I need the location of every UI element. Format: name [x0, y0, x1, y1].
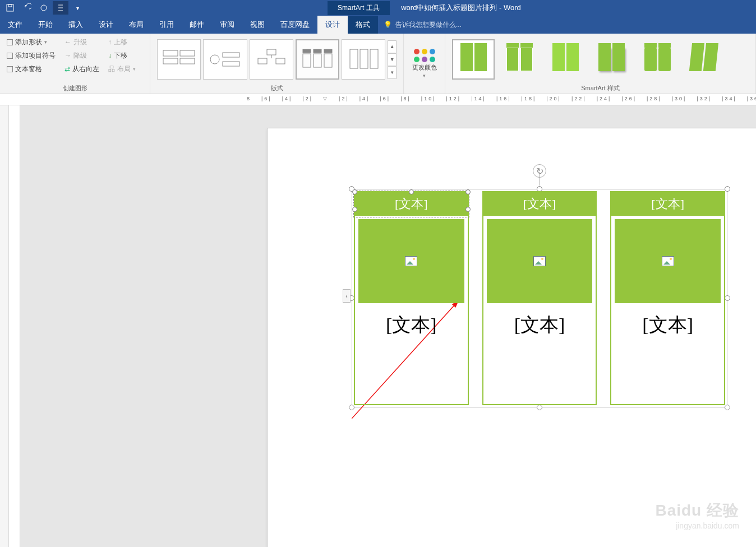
card-title-1[interactable]: [文本]: [355, 192, 468, 216]
tab-insert[interactable]: 插入: [61, 16, 91, 34]
page: ↻ ‹ [文本]: [267, 128, 756, 547]
change-colors-button[interactable]: 更改颜色 ▾: [408, 36, 440, 91]
arrow-down-icon: ↓: [108, 52, 112, 59]
layouts-more-button[interactable]: ▾: [388, 66, 397, 79]
redo-button[interactable]: [36, 1, 52, 15]
shape-handle[interactable]: [465, 207, 471, 212]
tab-file[interactable]: 文件: [0, 16, 30, 34]
resize-handle-bl[interactable]: [349, 405, 354, 410]
tab-smartart-format[interactable]: 格式: [348, 16, 378, 34]
smartart-card-3[interactable]: [文本] [文本]: [610, 191, 725, 405]
promote-button[interactable]: ←升级: [62, 36, 102, 48]
svg-rect-25: [370, 49, 378, 68]
redo-icon: [39, 3, 48, 12]
card-image-1[interactable]: [358, 219, 464, 303]
card-text-1[interactable]: [文本]: [355, 307, 468, 344]
style-option-5[interactable]: [636, 39, 679, 80]
document-title: word中如何插入标题图片排列 - Word: [401, 3, 521, 13]
tab-view[interactable]: 视图: [242, 16, 273, 34]
layout-option-5[interactable]: [342, 39, 385, 80]
card-image-2[interactable]: [487, 219, 593, 303]
style-option-2[interactable]: [498, 39, 541, 80]
layouts-up-button[interactable]: ▲: [388, 40, 397, 53]
svg-rect-20: [314, 54, 321, 67]
resize-handle-mr[interactable]: [725, 295, 730, 301]
contextual-tool-label: SmartArt 工具: [328, 1, 390, 15]
shape-handle[interactable]: [465, 189, 471, 194]
ruler-ticks: 8|6||4||2|▽|2||4||6||8||10||12||14||16||…: [247, 96, 756, 101]
arrow-up-icon: ↑: [108, 38, 112, 46]
shape-handle[interactable]: [352, 207, 357, 212]
smartart-card-1[interactable]: [文本] [文本]: [354, 191, 469, 405]
layout-option-4-selected[interactable]: [296, 39, 339, 80]
save-button[interactable]: [2, 1, 18, 15]
demote-button[interactable]: →降级: [62, 49, 102, 62]
tab-home[interactable]: 开始: [30, 16, 61, 34]
title-bar: ▾ SmartArt 工具 word中如何插入标题图片排列 - Word: [0, 0, 756, 16]
tab-smartart-design[interactable]: 设计: [317, 16, 348, 34]
resize-handle-br[interactable]: [725, 405, 730, 410]
svg-rect-17: [303, 49, 311, 53]
shape-handle[interactable]: [352, 189, 357, 194]
svg-rect-24: [360, 49, 368, 68]
checkbox-icon: [7, 66, 13, 72]
style-option-3[interactable]: [544, 39, 587, 80]
layout-option-3[interactable]: [250, 39, 293, 80]
smartart-object[interactable]: ↻ ‹ [文本]: [352, 189, 727, 407]
tab-review[interactable]: 审阅: [212, 16, 242, 34]
smartart-cards: [文本] [文本] [文本] [文本]: [352, 189, 727, 407]
tab-baidu-netdisk[interactable]: 百度网盘: [273, 16, 317, 34]
card-title-3[interactable]: [文本]: [611, 192, 724, 216]
svg-point-2: [41, 5, 47, 11]
touch-mode-button[interactable]: [53, 1, 68, 15]
add-bullet-button[interactable]: 添加项目符号: [4, 49, 58, 62]
tell-me-search[interactable]: 💡 告诉我您想要做什么...: [378, 16, 756, 34]
card-title-2[interactable]: [文本]: [483, 192, 596, 216]
resize-handle-tr[interactable]: [725, 186, 730, 192]
style-option-1-selected[interactable]: [452, 39, 495, 80]
horizontal-ruler[interactable]: 8|6||4||2|▽|2||4||6||8||10||12||14||16||…: [0, 94, 756, 105]
svg-rect-15: [276, 58, 285, 64]
style-option-6[interactable]: [682, 39, 725, 80]
qat-customize-button[interactable]: ▾: [70, 1, 85, 15]
svg-rect-1: [8, 4, 12, 7]
card-text-3[interactable]: [文本]: [611, 307, 724, 344]
move-up-button[interactable]: ↑上移: [106, 36, 138, 48]
watermark: Baidu 经验 jingyan.baidu.com: [655, 500, 739, 530]
svg-rect-0: [7, 4, 13, 11]
resize-handle-bm[interactable]: [537, 405, 542, 410]
layout-icon: 品: [108, 64, 115, 74]
layouts-scroll: ▲ ▼ ▾: [388, 40, 397, 79]
svg-rect-19: [314, 49, 321, 53]
card-text-2[interactable]: [文本]: [483, 307, 596, 344]
layout-option-2[interactable]: [203, 39, 247, 80]
watermark-url: jingyan.baidu.com: [655, 521, 739, 530]
checkbox-icon: [7, 53, 13, 59]
smartart-card-2[interactable]: [文本] [文本]: [482, 191, 597, 405]
rtl-button[interactable]: ⇄从右向左: [62, 63, 102, 75]
layouts-down-button[interactable]: ▼: [388, 53, 397, 66]
svg-rect-9: [180, 58, 195, 64]
tab-layout[interactable]: 布局: [121, 16, 151, 34]
picture-placeholder-icon: [533, 256, 546, 266]
tab-mailings[interactable]: 邮件: [182, 16, 212, 34]
svg-rect-7: [180, 50, 195, 56]
tab-design[interactable]: 设计: [91, 16, 121, 34]
document-canvas[interactable]: ↻ ‹ [文本]: [20, 105, 756, 547]
navigation-strip[interactable]: [0, 105, 9, 547]
text-pane-button[interactable]: 文本窗格: [4, 63, 58, 75]
add-shape-button[interactable]: 添加形状▾: [4, 36, 58, 48]
svg-point-10: [210, 55, 219, 64]
text-pane-toggle[interactable]: ‹: [343, 289, 351, 303]
style-option-4[interactable]: [590, 39, 633, 80]
ribbon-tabs: 文件 开始 插入 设计 布局 引用 邮件 审阅 视图 百度网盘 设计 格式 💡 …: [0, 16, 756, 34]
layout-option-1[interactable]: [157, 39, 201, 80]
move-down-button[interactable]: ↓下移: [106, 49, 138, 62]
tab-references[interactable]: 引用: [151, 16, 182, 34]
card-image-3[interactable]: [615, 219, 721, 303]
vertical-ruler[interactable]: [9, 105, 20, 547]
undo-button[interactable]: [19, 1, 35, 15]
layout-dropdown-button[interactable]: 品布局▾: [106, 63, 138, 75]
layout1-icon: [162, 48, 196, 71]
picture-placeholder-icon: [405, 256, 417, 266]
